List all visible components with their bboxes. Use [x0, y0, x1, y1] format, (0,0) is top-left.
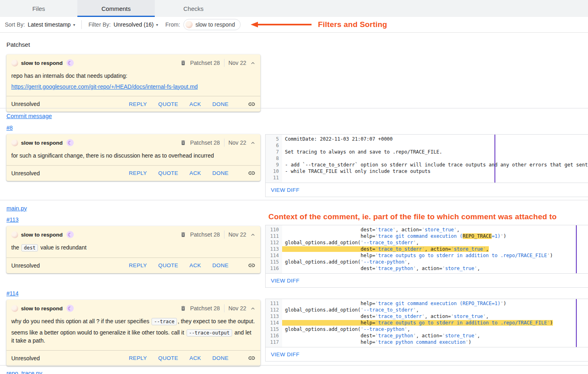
filter-by-dropdown[interactable]: Unresolved (16) ▾	[114, 21, 158, 28]
margin-line	[495, 135, 495, 183]
collapse-thread-button[interactable]	[250, 60, 256, 66]
code-text: dest='trace_python', action='store_true'…	[282, 332, 480, 339]
tab-comments[interactable]: Comments	[77, 0, 155, 17]
line-number: 9	[266, 162, 282, 168]
code-segment: trace_python	[378, 333, 413, 339]
code-segment: '	[474, 333, 477, 339]
card-meta: Patchset 28Nov 22	[180, 304, 256, 312]
view-diff-button[interactable]: VIEW DIFF	[266, 274, 588, 287]
code-line: 7Set tracing to always on and save to .r…	[266, 149, 588, 155]
line-link[interactable]: #113	[6, 216, 19, 223]
code-segment: ,	[477, 333, 480, 339]
meta-divider	[224, 139, 224, 147]
file-link-repo-trace-py[interactable]: repo_trace.py	[6, 370, 42, 374]
delete-comment-button[interactable]	[180, 139, 186, 146]
quote-button[interactable]: QUOTE	[158, 170, 179, 176]
from-author-chip[interactable]: slow to respond	[183, 19, 241, 30]
card-meta: Patchset 28Nov 22	[180, 139, 256, 147]
code-line: 114 help='trace outputs go to stderr in …	[266, 252, 588, 259]
file-link-main-py[interactable]: main.py	[6, 205, 27, 212]
comment-date: Nov 22	[229, 305, 246, 312]
annotation-context: Context of the comment, ie. part of the …	[268, 212, 557, 221]
code-text: - add `--trace_to_stderr` option so stde…	[282, 162, 588, 168]
code-text	[282, 175, 285, 181]
comment-date: Nov 22	[229, 60, 246, 66]
quote-button[interactable]: QUOTE	[158, 101, 179, 107]
file-link-commit-message[interactable]: Commit message	[6, 113, 52, 119]
sort-by-value: Latest timestamp	[28, 21, 71, 28]
copy-link-button[interactable]	[248, 354, 256, 362]
ack-button[interactable]: ACK	[189, 355, 201, 361]
collapse-thread-button[interactable]	[250, 306, 256, 311]
code-segment: , action=	[425, 246, 451, 252]
tab-label: Checks	[183, 5, 204, 12]
line-link[interactable]: #114	[6, 290, 19, 297]
code-segment: trace git command execution (	[378, 233, 463, 239]
filter-by-label: Filter By:	[88, 21, 110, 28]
from-chip-label: slow to respond	[195, 21, 235, 28]
code-text: CommitDate: 2022-11-03 21:07:07 +0000	[282, 136, 393, 142]
trash-icon	[180, 305, 186, 312]
tab-files[interactable]: Files	[0, 0, 77, 17]
inline-code-chip: dest	[21, 244, 38, 251]
delete-comment-button[interactable]	[180, 231, 186, 238]
sort-by-dropdown[interactable]: Latest timestamp ▾	[28, 21, 75, 28]
reply-button[interactable]: REPLY	[129, 101, 147, 107]
tab-label: Comments	[102, 5, 131, 12]
comment-text: , they expect to see the output.	[178, 318, 255, 324]
chevron-up-icon	[250, 140, 256, 145]
ack-button[interactable]: ACK	[189, 262, 201, 268]
ack-button[interactable]: ACK	[189, 101, 201, 107]
code-line: 114 help='trace outputs go to stderr in …	[266, 320, 588, 326]
code-line: 6	[266, 142, 588, 149]
view-diff-button[interactable]: VIEW DIFF	[266, 183, 588, 197]
line-link[interactable]: #8	[6, 125, 13, 131]
comment-link[interactable]: https://gerrit.googlesource.com/git-repo…	[11, 83, 198, 90]
ack-button[interactable]: ACK	[189, 170, 201, 176]
code-line: 115global_options.add_option('--trace-py…	[266, 259, 588, 265]
code-line: 116 dest='trace_python', action='store_t…	[266, 265, 588, 272]
code-text: Set tracing to always on and save to .re…	[282, 149, 442, 155]
card-header: slow to respond☾Patchset 28Nov 22	[6, 54, 260, 68]
reply-button[interactable]: REPLY	[129, 170, 147, 176]
avatar	[11, 231, 18, 238]
copy-link-button[interactable]	[248, 169, 256, 177]
moon-status-icon: ☾	[66, 231, 74, 238]
code-segment: trace_to_stderr	[378, 314, 422, 319]
code-segment: '	[361, 259, 364, 265]
view-diff-button[interactable]: VIEW DIFF	[266, 347, 588, 361]
reply-button[interactable]: REPLY	[129, 355, 147, 361]
line-number: 114	[266, 252, 282, 259]
section-divider	[0, 365, 588, 366]
line-number: 5	[266, 136, 282, 142]
code-line: 8	[266, 155, 588, 162]
delete-comment-button[interactable]	[180, 60, 186, 66]
code-segment: '	[501, 233, 503, 239]
done-button[interactable]: DONE	[212, 262, 229, 268]
code-segment: dest=	[285, 246, 375, 252]
comment-body: repo has an internals doc that needs upd…	[6, 68, 260, 96]
comment-text: value is redundant	[39, 244, 86, 251]
tab-checks[interactable]: Checks	[155, 0, 232, 17]
code-segment: )	[550, 320, 553, 326]
collapse-thread-button[interactable]	[250, 232, 256, 237]
copy-link-button[interactable]	[248, 100, 256, 108]
quote-button[interactable]: QUOTE	[158, 262, 179, 268]
code-segment: =1)	[492, 233, 501, 239]
collapse-thread-button[interactable]	[250, 140, 256, 145]
quote-button[interactable]: QUOTE	[158, 355, 179, 361]
code-segment: trace git command execution (REPO_TRACE=…	[378, 301, 500, 306]
comment-actions: REPLYQUOTEACKDONE	[129, 354, 256, 362]
comment-body: the dest value is redundant	[6, 239, 260, 258]
done-button[interactable]: DONE	[212, 101, 229, 107]
comment-actions: REPLYQUOTEACKDONE	[129, 100, 256, 108]
reply-button[interactable]: REPLY	[129, 262, 147, 268]
moon-status-icon: ☾	[66, 59, 74, 66]
copy-link-button[interactable]	[248, 262, 256, 269]
meta-divider	[224, 304, 224, 312]
section-heading-patchset: Patchset	[6, 42, 30, 48]
done-button[interactable]: DONE	[212, 355, 229, 361]
done-button[interactable]: DONE	[212, 170, 229, 176]
delete-comment-button[interactable]	[180, 305, 186, 312]
code-line: 11	[266, 175, 588, 181]
